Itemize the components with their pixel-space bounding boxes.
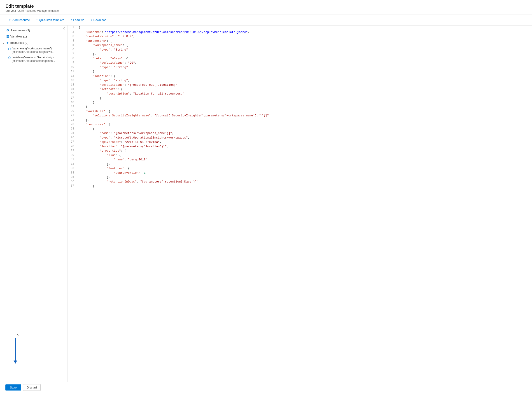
code-table: 1{2 "$schema": "https://schema.managemen… bbox=[68, 25, 532, 188]
table-row: 10 "type": "String" bbox=[68, 65, 532, 70]
doc-icon: ☰ bbox=[6, 34, 9, 39]
table-row: 29 "properties": { bbox=[68, 149, 532, 153]
sidebar-resource-item-2[interactable]: ⬡ [variables('solutions_SecurityInsigh..… bbox=[0, 55, 68, 64]
table-row: 27 "apiVersion": "2015-11-01-preview", bbox=[68, 140, 532, 144]
save-button[interactable]: Save bbox=[5, 384, 21, 391]
table-row: 24 { bbox=[68, 127, 532, 131]
table-row: 32 }, bbox=[68, 162, 532, 167]
table-row: 3 "contentVersion": "1.0.0.0", bbox=[68, 34, 532, 39]
collapse-sidebar-button[interactable]: 《 bbox=[61, 26, 66, 31]
table-row: 34 "searchVersion": 1 bbox=[68, 171, 532, 175]
table-row: 15 "metadata": { bbox=[68, 87, 532, 92]
gear-icon: ⚙ bbox=[6, 28, 9, 33]
sidebar-item-resources[interactable]: ∨ ◈ Resources (2) bbox=[0, 40, 68, 46]
table-row: 5 "workspaces_name": { bbox=[68, 43, 532, 48]
table-row: 37 } bbox=[68, 184, 532, 188]
discard-button[interactable]: Discard bbox=[23, 384, 41, 391]
table-row: 23 "resources": [ bbox=[68, 122, 532, 127]
table-row: 8 "retentionInDays": { bbox=[68, 56, 532, 61]
load-file-button[interactable]: ↑ Load file bbox=[68, 17, 87, 23]
table-row: 14 "defaultValue": "[resourceGroup().loc… bbox=[68, 83, 532, 87]
code-editor[interactable]: 1{2 "$schema": "https://schema.managemen… bbox=[68, 25, 532, 382]
table-row: 20 "variables": { bbox=[68, 109, 532, 114]
table-row: 31 "name": "pergb2018" bbox=[68, 157, 532, 162]
sidebar-item-variables[interactable]: › ☰ Variables (1) bbox=[0, 34, 68, 40]
sidebar-resource-item-1[interactable]: ⬡ [parameters('workspaces_name')] (Micro… bbox=[0, 46, 68, 55]
cursor-icon: ↖ bbox=[16, 333, 20, 338]
chevron-right-icon2: › bbox=[3, 35, 5, 38]
chevron-right-icon: › bbox=[3, 29, 5, 32]
table-row: 16 "description": "Location for all reso… bbox=[68, 92, 532, 96]
page-header: Edit template Edit your Azure Resource M… bbox=[0, 0, 532, 15]
resource-icon-2: ⬡ bbox=[8, 56, 11, 60]
chevron-down-icon: ∨ bbox=[3, 41, 5, 44]
download-icon: ↓ bbox=[90, 18, 92, 22]
table-row: 26 "type": "Microsoft.OperationalInsight… bbox=[68, 136, 532, 140]
table-row: 21 "solutions_SecurityInsights_name": "[… bbox=[68, 113, 532, 118]
table-row: 2 "$schema": "https://schema.management.… bbox=[68, 30, 532, 34]
sidebar: 《 › ⚙ Parameters (3) › ☰ Variables (1) ∨… bbox=[0, 25, 68, 382]
table-row: 12 "location": { bbox=[68, 74, 532, 79]
table-row: 9 "defaultValue": "90", bbox=[68, 61, 532, 65]
table-row: 22 }, bbox=[68, 118, 532, 123]
resource-icon-1: ⬡ bbox=[8, 47, 11, 51]
table-row: 18 } bbox=[68, 100, 532, 105]
main-area: 《 › ⚙ Parameters (3) › ☰ Variables (1) ∨… bbox=[0, 25, 532, 382]
page-subtitle: Edit your Azure Resource Manager templat… bbox=[5, 9, 527, 12]
table-row: 1{ bbox=[68, 25, 532, 30]
table-row: 17 } bbox=[68, 96, 532, 100]
quickstart-template-button[interactable]: ↑ Quickstart template bbox=[33, 17, 67, 23]
add-resource-button[interactable]: ＋ Add resource bbox=[5, 17, 33, 23]
cube-icon: ◈ bbox=[6, 41, 9, 45]
table-row: 25 "name": "[parameters('workspaces_name… bbox=[68, 131, 532, 136]
upload-icon: ↑ bbox=[36, 18, 38, 22]
table-row: 6 "type": "String" bbox=[68, 48, 532, 52]
table-row: 7 }, bbox=[68, 52, 532, 56]
table-row: 4 "parameters": { bbox=[68, 39, 532, 43]
arrow-indicator bbox=[14, 338, 17, 364]
table-row: 33 "features": { bbox=[68, 166, 532, 171]
footer: Save Discard bbox=[0, 382, 532, 393]
load-icon: ↑ bbox=[70, 18, 72, 22]
table-row: 36 "retentionInDays": "[parameters('rete… bbox=[68, 180, 532, 184]
table-row: 35 }, bbox=[68, 175, 532, 180]
arrow-head bbox=[14, 360, 17, 364]
table-row: 13 "type": "string", bbox=[68, 78, 532, 83]
table-row: 30 "sku": { bbox=[68, 153, 532, 158]
table-row: 11 }, bbox=[68, 69, 532, 74]
plus-icon: ＋ bbox=[8, 18, 11, 22]
toolbar: ＋ Add resource ↑ Quickstart template ↑ L… bbox=[0, 15, 532, 25]
table-row: 28 "location": "[parameters('location')]… bbox=[68, 144, 532, 149]
page-title: Edit template bbox=[5, 4, 527, 9]
table-row: 19 }, bbox=[68, 105, 532, 109]
sidebar-item-parameters[interactable]: › ⚙ Parameters (3) bbox=[0, 27, 68, 34]
arrow-line bbox=[15, 338, 16, 360]
download-button[interactable]: ↓ Download bbox=[88, 17, 109, 23]
